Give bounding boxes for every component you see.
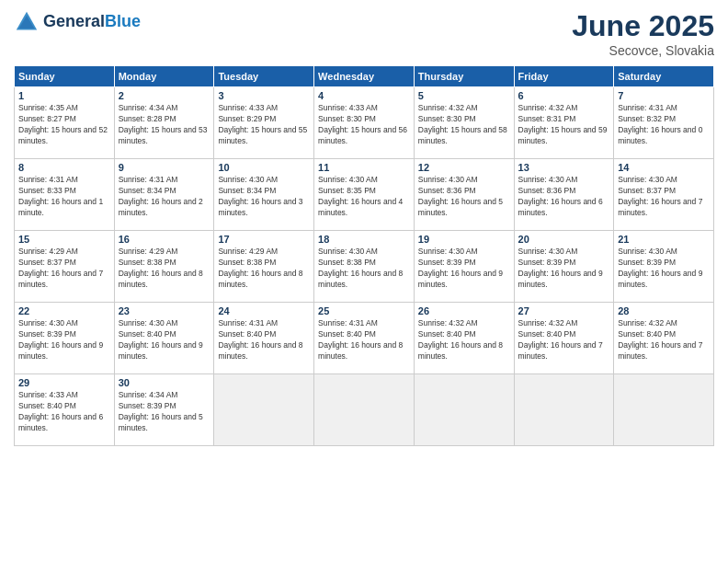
day-info: Sunrise: 4:30 AMSunset: 8:36 PMDaylight:… (418, 175, 510, 219)
table-row (214, 374, 314, 446)
table-row: 8Sunrise: 4:31 AMSunset: 8:33 PMDaylight… (15, 159, 115, 231)
calendar-week-3: 15Sunrise: 4:29 AMSunset: 8:37 PMDayligh… (15, 231, 714, 303)
col-friday: Friday (514, 66, 614, 87)
table-row: 15Sunrise: 4:29 AMSunset: 8:37 PMDayligh… (15, 231, 115, 303)
col-tuesday: Tuesday (214, 66, 314, 87)
day-number: 22 (18, 305, 110, 316)
day-info: Sunrise: 4:31 AMSunset: 8:34 PMDaylight:… (119, 175, 210, 219)
calendar-week-5: 29Sunrise: 4:33 AMSunset: 8:40 PMDayligh… (15, 374, 714, 446)
day-number: 6 (518, 90, 610, 101)
day-info: Sunrise: 4:31 AMSunset: 8:33 PMDaylight:… (18, 175, 110, 219)
table-row: 7Sunrise: 4:31 AMSunset: 8:32 PMDaylight… (614, 87, 714, 159)
col-monday: Monday (114, 66, 214, 87)
table-row: 17Sunrise: 4:29 AMSunset: 8:38 PMDayligh… (214, 231, 314, 303)
table-row: 25Sunrise: 4:31 AMSunset: 8:40 PMDayligh… (314, 303, 415, 374)
day-info: Sunrise: 4:30 AMSunset: 8:39 PMDaylight:… (518, 247, 610, 291)
calendar-table: Sunday Monday Tuesday Wednesday Thursday… (14, 65, 714, 446)
day-number: 2 (119, 90, 210, 101)
table-row: 2Sunrise: 4:34 AMSunset: 8:28 PMDaylight… (114, 87, 214, 159)
table-row: 18Sunrise: 4:30 AMSunset: 8:38 PMDayligh… (314, 231, 415, 303)
day-info: Sunrise: 4:30 AMSunset: 8:39 PMDaylight:… (18, 318, 110, 362)
day-info: Sunrise: 4:34 AMSunset: 8:28 PMDaylight:… (119, 103, 210, 147)
logo-text: GeneralBlue (43, 13, 141, 31)
day-info: Sunrise: 4:30 AMSunset: 8:40 PMDaylight:… (119, 318, 210, 362)
day-number: 17 (218, 234, 310, 245)
table-row: 26Sunrise: 4:32 AMSunset: 8:40 PMDayligh… (414, 303, 514, 374)
table-row: 14Sunrise: 4:30 AMSunset: 8:37 PMDayligh… (614, 159, 714, 231)
calendar-week-2: 8Sunrise: 4:31 AMSunset: 8:33 PMDaylight… (15, 159, 714, 231)
table-row (414, 374, 514, 446)
day-number: 9 (119, 162, 210, 173)
table-row: 6Sunrise: 4:32 AMSunset: 8:31 PMDaylight… (514, 87, 614, 159)
day-number: 30 (119, 377, 210, 388)
day-number: 25 (318, 305, 410, 316)
day-info: Sunrise: 4:31 AMSunset: 8:40 PMDaylight:… (318, 318, 410, 362)
logo: GeneralBlue (14, 9, 141, 35)
day-number: 12 (418, 162, 510, 173)
table-row: 20Sunrise: 4:30 AMSunset: 8:39 PMDayligh… (514, 231, 614, 303)
day-info: Sunrise: 4:35 AMSunset: 8:27 PMDaylight:… (18, 103, 110, 147)
day-number: 18 (318, 234, 410, 245)
day-number: 7 (618, 90, 710, 101)
day-number: 4 (318, 90, 410, 101)
day-info: Sunrise: 4:29 AMSunset: 8:37 PMDaylight:… (18, 247, 110, 291)
day-number: 24 (218, 305, 310, 316)
day-number: 1 (18, 90, 110, 101)
table-row: 21Sunrise: 4:30 AMSunset: 8:39 PMDayligh… (614, 231, 714, 303)
header: GeneralBlue June 2025 Secovce, Slovakia (14, 9, 714, 58)
table-row: 28Sunrise: 4:32 AMSunset: 8:40 PMDayligh… (614, 303, 714, 374)
day-info: Sunrise: 4:32 AMSunset: 8:31 PMDaylight:… (518, 103, 610, 147)
logo-icon (14, 9, 40, 35)
table-row: 29Sunrise: 4:33 AMSunset: 8:40 PMDayligh… (15, 374, 115, 446)
table-row: 4Sunrise: 4:33 AMSunset: 8:30 PMDaylight… (314, 87, 415, 159)
table-row: 12Sunrise: 4:30 AMSunset: 8:36 PMDayligh… (414, 159, 514, 231)
day-info: Sunrise: 4:30 AMSunset: 8:34 PMDaylight:… (218, 175, 310, 219)
table-row: 5Sunrise: 4:32 AMSunset: 8:30 PMDaylight… (414, 87, 514, 159)
day-info: Sunrise: 4:33 AMSunset: 8:40 PMDaylight:… (18, 390, 110, 434)
day-info: Sunrise: 4:31 AMSunset: 8:40 PMDaylight:… (218, 318, 310, 362)
day-number: 8 (18, 162, 110, 173)
day-number: 11 (318, 162, 410, 173)
day-info: Sunrise: 4:30 AMSunset: 8:36 PMDaylight:… (518, 175, 610, 219)
day-info: Sunrise: 4:31 AMSunset: 8:32 PMDaylight:… (618, 103, 710, 147)
table-row: 11Sunrise: 4:30 AMSunset: 8:35 PMDayligh… (314, 159, 415, 231)
calendar-week-4: 22Sunrise: 4:30 AMSunset: 8:39 PMDayligh… (15, 303, 714, 374)
day-info: Sunrise: 4:29 AMSunset: 8:38 PMDaylight:… (218, 247, 310, 291)
day-info: Sunrise: 4:33 AMSunset: 8:30 PMDaylight:… (318, 103, 410, 147)
logo-blue: Blue (105, 12, 141, 30)
month-title: June 2025 (572, 9, 714, 43)
table-row: 30Sunrise: 4:34 AMSunset: 8:39 PMDayligh… (114, 374, 214, 446)
day-number: 27 (518, 305, 610, 316)
col-sunday: Sunday (15, 66, 115, 87)
col-thursday: Thursday (414, 66, 514, 87)
title-area: June 2025 Secovce, Slovakia (572, 9, 714, 58)
table-row: 19Sunrise: 4:30 AMSunset: 8:39 PMDayligh… (414, 231, 514, 303)
table-row: 9Sunrise: 4:31 AMSunset: 8:34 PMDaylight… (114, 159, 214, 231)
day-info: Sunrise: 4:30 AMSunset: 8:39 PMDaylight:… (418, 247, 510, 291)
col-wednesday: Wednesday (314, 66, 415, 87)
location-subtitle: Secovce, Slovakia (572, 43, 714, 58)
day-number: 15 (18, 234, 110, 245)
day-info: Sunrise: 4:30 AMSunset: 8:39 PMDaylight:… (618, 247, 710, 291)
day-number: 19 (418, 234, 510, 245)
page-container: GeneralBlue June 2025 Secovce, Slovakia … (0, 0, 728, 563)
table-row: 16Sunrise: 4:29 AMSunset: 8:38 PMDayligh… (114, 231, 214, 303)
table-row: 10Sunrise: 4:30 AMSunset: 8:34 PMDayligh… (214, 159, 314, 231)
day-number: 21 (618, 234, 710, 245)
day-info: Sunrise: 4:29 AMSunset: 8:38 PMDaylight:… (119, 247, 210, 291)
table-row: 23Sunrise: 4:30 AMSunset: 8:40 PMDayligh… (114, 303, 214, 374)
col-saturday: Saturday (614, 66, 714, 87)
day-number: 5 (418, 90, 510, 101)
table-row: 13Sunrise: 4:30 AMSunset: 8:36 PMDayligh… (514, 159, 614, 231)
day-info: Sunrise: 4:30 AMSunset: 8:37 PMDaylight:… (618, 175, 710, 219)
day-number: 10 (218, 162, 310, 173)
table-row (614, 374, 714, 446)
day-number: 23 (119, 305, 210, 316)
day-number: 20 (518, 234, 610, 245)
day-info: Sunrise: 4:34 AMSunset: 8:39 PMDaylight:… (119, 390, 210, 434)
day-info: Sunrise: 4:30 AMSunset: 8:35 PMDaylight:… (318, 175, 410, 219)
day-info: Sunrise: 4:32 AMSunset: 8:40 PMDaylight:… (518, 318, 610, 362)
logo-general: General (43, 12, 105, 30)
day-info: Sunrise: 4:33 AMSunset: 8:29 PMDaylight:… (218, 103, 310, 147)
table-row: 1Sunrise: 4:35 AMSunset: 8:27 PMDaylight… (15, 87, 115, 159)
